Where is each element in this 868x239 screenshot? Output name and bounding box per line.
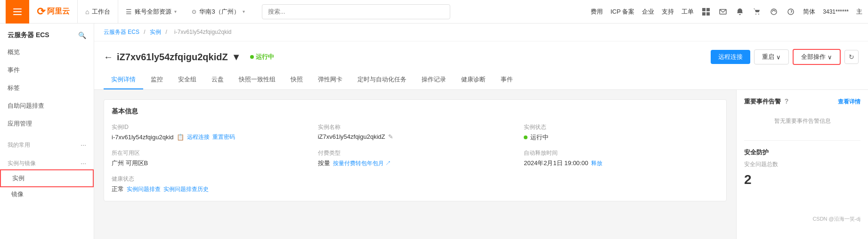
tab-operation-log[interactable]: 操作记录 [414, 71, 454, 89]
question-icon[interactable] [786, 7, 795, 16]
logo-text: 阿里云 [47, 7, 70, 16]
sidebar-item-instances[interactable]: 实例 [0, 169, 94, 187]
lang-selector[interactable]: 简体 [803, 8, 815, 16]
release-time-item: 自动释放时间 2024年2月1日 19:00:00 释放 [524, 149, 719, 167]
all-ops-chevron-icon: ∨ [827, 54, 832, 61]
tab-events[interactable]: 事件 [493, 71, 520, 89]
refresh-button[interactable]: ↻ [844, 50, 859, 64]
sidebar-title: 云服务器 ECS 🔍 [0, 24, 94, 43]
breadcrumb: 云服务器 ECS / 实例 / i-7xv61ly54zfqigu2qkid [94, 24, 868, 41]
user-label: 主 [856, 8, 862, 16]
security-count: 2 [744, 172, 860, 187]
restart-button[interactable]: 重启 ∨ [754, 49, 789, 64]
basic-info-card: 基本信息 实例ID i-7xv61ly54zfqigu2qkid 📋 远程连接 … [104, 99, 727, 201]
user-id[interactable]: 3431****** [823, 8, 849, 15]
tab-instance-detail[interactable]: 实例详情 [104, 71, 143, 89]
zone-label: 所在可用区 [112, 149, 307, 157]
watermark: CSDN @沿海一笑-dj [744, 215, 860, 223]
health-item: 健康状态 正常 实例问题排查 实例问题排查历史 [112, 175, 307, 193]
external-link-icon: ↗ [385, 160, 391, 167]
health-history-link[interactable]: 实例问题排查历史 [163, 185, 209, 193]
bell-icon[interactable] [735, 7, 745, 16]
fingerprint-icon[interactable] [769, 7, 779, 16]
security-count-label: 安全问题总数 [744, 160, 860, 168]
tab-disk[interactable]: 云盘 [204, 71, 231, 89]
top-nav: ⟳ 阿里云 ⌂ 工作台 ☰ 账号全部资源 ▾ ⊙ 华南3（广州） ▾ 费用 IC… [0, 0, 868, 24]
more-icon[interactable]: ⋯ [81, 160, 86, 167]
hamburger-button[interactable] [6, 0, 29, 24]
ticket-link[interactable]: 工单 [681, 8, 694, 16]
breadcrumb-ecs[interactable]: 云服务器 ECS [104, 29, 139, 35]
events-help-icon[interactable]: ? [785, 97, 789, 105]
remote-connect-button[interactable]: 远程连接 [711, 50, 750, 64]
tab-scheduled-tasks[interactable]: 定时与自动化任务 [350, 71, 414, 89]
account-menu[interactable]: ☰ 账号全部资源 ▾ [118, 0, 184, 23]
search-container [262, 4, 450, 19]
header-actions: 远程连接 重启 ∨ 全部操作 ∨ ↻ [711, 49, 859, 65]
instance-status-item: 实例状态 运行中 [524, 123, 719, 142]
search-input[interactable] [262, 4, 450, 19]
content-left: 基本信息 实例ID i-7xv61ly54zfqigu2qkid 📋 远程连接 … [94, 90, 736, 239]
instance-status-label: 实例状态 [524, 123, 719, 131]
instance-id-label: 实例ID [112, 123, 307, 131]
svg-rect-1 [13, 11, 22, 12]
remote-link[interactable]: 远程连接 [187, 133, 210, 141]
home-icon: ⌂ [85, 8, 89, 16]
search-icon[interactable]: 🔍 [78, 32, 86, 39]
enterprise-link[interactable]: 企业 [642, 8, 654, 16]
release-link[interactable]: 释放 [591, 159, 602, 167]
breadcrumb-current: i-7xv61ly54zfqigu2qkid [174, 29, 231, 35]
reset-pwd-link[interactable]: 重置密码 [212, 133, 235, 141]
tab-security-group[interactable]: 安全组 [170, 71, 204, 89]
chevron-icon[interactable]: ▼ [232, 52, 241, 63]
grid-icon[interactable] [701, 7, 711, 16]
tab-snapshot-group[interactable]: 快照一致性组 [231, 71, 283, 89]
region-selector[interactable]: ⊙ 华南3（广州） ▾ [184, 0, 252, 23]
health-value: 正常 实例问题排查 实例问题排查历史 [112, 185, 307, 193]
sidebar-item-images[interactable]: 镜像 [0, 187, 94, 201]
fee-link[interactable]: 费用 [591, 8, 603, 16]
svg-point-8 [755, 14, 756, 15]
sidebar-item-appmgmt[interactable]: 应用管理 [0, 115, 94, 133]
health-troubleshoot-link[interactable]: 实例问题排查 [127, 185, 161, 193]
restart-chevron-icon: ∨ [776, 54, 781, 61]
instance-name-value: iZ7xv61ly54zfqigu2qkidZ ✎ [318, 133, 513, 140]
sidebar-item-overview[interactable]: 概览 [0, 43, 94, 61]
cart-icon[interactable] [752, 7, 762, 16]
mail-icon[interactable] [718, 7, 728, 16]
more-icon[interactable]: ⋯ [81, 142, 86, 149]
logo: ⟳ 阿里云 [29, 0, 78, 23]
chevron-down-icon: ▾ [243, 9, 245, 14]
support-link[interactable]: 支持 [662, 8, 674, 16]
billing-label: 付费类型 [318, 149, 513, 157]
events-empty-tip: 暂无重要事件告警信息 [744, 110, 860, 133]
zone-item: 所在可用区 广州 可用区B [112, 149, 307, 167]
back-arrow-icon[interactable]: ← [104, 52, 113, 63]
main-layout: 云服务器 ECS 🔍 概览 事件 标签 自助问题排查 应用管理 我的常用 ⋯ 实… [0, 24, 868, 239]
sidebar-item-tags[interactable]: 标签 [0, 79, 94, 97]
all-ops-button[interactable]: 全部操作 ∨ [793, 49, 841, 65]
sidebar-item-events[interactable]: 事件 [0, 61, 94, 79]
tab-monitor[interactable]: 监控 [143, 71, 170, 89]
svg-rect-6 [706, 12, 710, 16]
tab-health-diag[interactable]: 健康诊断 [454, 71, 493, 89]
tab-elastic-nic[interactable]: 弹性网卡 [310, 71, 350, 89]
instances-section: 实例与镜像 ⋯ [0, 155, 94, 169]
sidebar-item-troubleshoot[interactable]: 自助问题排查 [0, 97, 94, 115]
events-detail-link[interactable]: 查看详情 [838, 98, 860, 106]
billing-convert-link[interactable]: 按量付费转包年包月 ↗ [333, 159, 391, 167]
right-panel: 重要事件告警 ? 查看详情 暂无重要事件告警信息 安全防护 安全问题总数 2 C… [736, 90, 868, 239]
billing-value: 按量 按量付费转包年包月 ↗ [318, 159, 513, 167]
status-text: 运行中 [256, 53, 274, 61]
edit-icon[interactable]: ✎ [388, 133, 393, 140]
tab-snapshot[interactable]: 快照 [283, 71, 310, 89]
panel-divider [744, 140, 860, 141]
breadcrumb-instances[interactable]: 实例 [150, 29, 161, 35]
svg-rect-4 [706, 8, 710, 11]
svg-point-11 [788, 9, 794, 15]
icp-link[interactable]: ICP 备案 [610, 8, 634, 16]
workbench-link[interactable]: ⌂ 工作台 [78, 0, 118, 23]
copy-icon[interactable]: 📋 [177, 134, 184, 141]
logo-icon: ⟳ [37, 6, 45, 18]
content-header: ← iZ7xv61ly54zfqigu2qkidZ ▼ 运行中 远程连接 重启 … [94, 41, 868, 90]
